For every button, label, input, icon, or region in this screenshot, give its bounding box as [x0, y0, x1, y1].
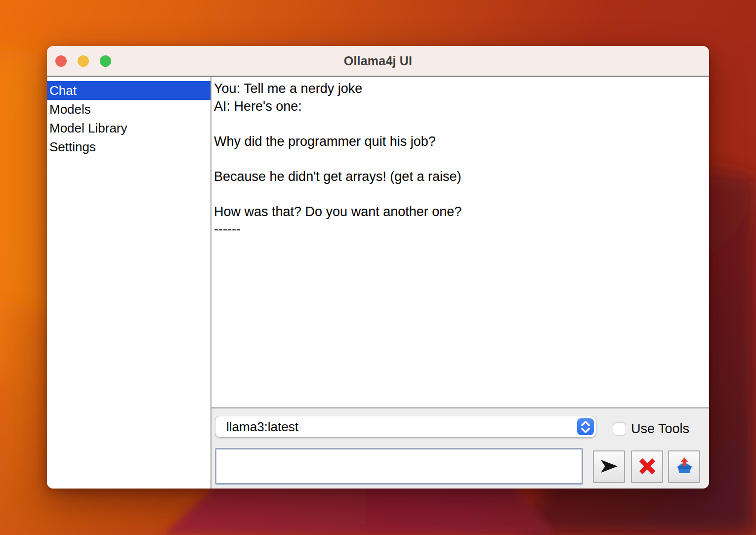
use-tools-checkbox[interactable]	[613, 423, 626, 435]
zoom-window-button[interactable]	[100, 55, 111, 67]
model-select-value: llama3:latest	[215, 419, 298, 435]
model-select-dropdown[interactable]: llama3:latest	[215, 416, 596, 437]
close-window-button[interactable]	[55, 55, 67, 67]
sidebar-item-chat[interactable]: Chat	[47, 81, 210, 100]
chat-transcript[interactable]: You: Tell me a nerdy joke AI: Here's one…	[211, 77, 709, 408]
outbox-tray-icon	[674, 456, 695, 478]
app-window: Ollama4j UI Chat Models Model Library Se…	[47, 46, 709, 489]
composer-panel: llama3:latest Use Tools	[211, 408, 709, 489]
use-tools-label: Use Tools	[631, 421, 689, 437]
message-input[interactable]	[215, 448, 583, 485]
window-title: Ollama4j UI	[344, 54, 412, 68]
sidebar-nav: Chat Models Model Library Settings	[47, 77, 211, 489]
send-arrow-icon	[600, 459, 618, 475]
send-button[interactable]	[593, 450, 625, 483]
upload-button[interactable]	[668, 450, 700, 483]
red-x-icon	[638, 457, 657, 477]
use-tools-group: Use Tools	[613, 421, 689, 437]
clear-button[interactable]	[631, 450, 663, 483]
sidebar-item-model-library[interactable]: Model Library	[47, 119, 210, 137]
window-controls	[55, 46, 111, 76]
sidebar-item-settings[interactable]: Settings	[47, 137, 210, 156]
dropdown-stepper-icon	[577, 418, 594, 435]
window-body: Chat Models Model Library Settings You: …	[47, 77, 709, 489]
chat-pane: You: Tell me a nerdy joke AI: Here's one…	[211, 77, 709, 489]
minimize-window-button[interactable]	[78, 55, 89, 67]
window-titlebar: Ollama4j UI	[47, 46, 709, 77]
sidebar-item-models[interactable]: Models	[47, 100, 210, 119]
